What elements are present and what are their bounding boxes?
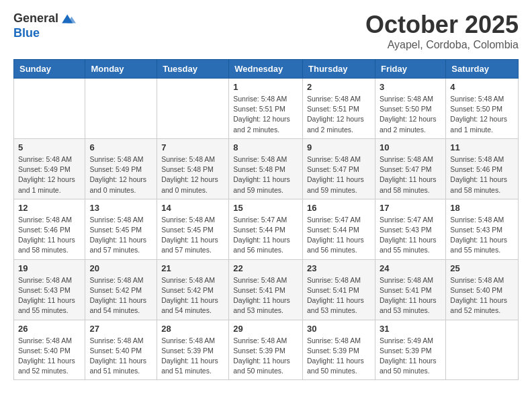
day-info: Sunrise: 5:47 AMSunset: 5:43 PMDaylight:… bbox=[380, 215, 441, 256]
calendar-cell: 31Sunrise: 5:49 AMSunset: 5:39 PMDayligh… bbox=[375, 320, 445, 380]
weekday-header-monday: Monday bbox=[85, 60, 157, 79]
day-number: 5 bbox=[18, 142, 81, 152]
weekday-header-row: SundayMondayTuesdayWednesdayThursdayFrid… bbox=[14, 60, 519, 79]
day-number: 29 bbox=[233, 324, 298, 334]
calendar-cell: 16Sunrise: 5:47 AMSunset: 5:44 PMDayligh… bbox=[303, 199, 375, 259]
logo: General Blue bbox=[13, 11, 76, 40]
day-number: 23 bbox=[307, 263, 371, 273]
month-title: October 2025 bbox=[365, 11, 519, 39]
day-info: Sunrise: 5:48 AMSunset: 5:51 PMDaylight:… bbox=[307, 94, 371, 135]
day-number: 22 bbox=[233, 263, 298, 273]
day-info: Sunrise: 5:48 AMSunset: 5:39 PMDaylight:… bbox=[307, 336, 371, 377]
day-number: 19 bbox=[18, 263, 81, 273]
calendar-cell: 24Sunrise: 5:48 AMSunset: 5:41 PMDayligh… bbox=[375, 259, 445, 320]
calendar-cell: 6Sunrise: 5:48 AMSunset: 5:49 PMDaylight… bbox=[85, 138, 157, 199]
day-number: 24 bbox=[380, 263, 441, 273]
location-title: Ayapel, Cordoba, Colombia bbox=[365, 39, 519, 51]
weekday-header-wednesday: Wednesday bbox=[229, 60, 303, 79]
day-info: Sunrise: 5:48 AMSunset: 5:41 PMDaylight:… bbox=[307, 275, 371, 316]
day-number: 4 bbox=[450, 82, 514, 92]
calendar-week-4: 19Sunrise: 5:48 AMSunset: 5:43 PMDayligh… bbox=[14, 259, 519, 320]
day-number: 2 bbox=[307, 82, 371, 92]
day-number: 31 bbox=[380, 324, 441, 334]
day-number: 15 bbox=[233, 203, 298, 213]
calendar-cell: 18Sunrise: 5:48 AMSunset: 5:43 PMDayligh… bbox=[446, 199, 519, 259]
calendar-cell bbox=[85, 79, 157, 139]
calendar-table: SundayMondayTuesdayWednesdayThursdayFrid… bbox=[13, 59, 519, 380]
day-info: Sunrise: 5:48 AMSunset: 5:47 PMDaylight:… bbox=[380, 154, 441, 195]
day-info: Sunrise: 5:48 AMSunset: 5:46 PMDaylight:… bbox=[450, 154, 514, 195]
day-number: 10 bbox=[380, 142, 441, 152]
day-info: Sunrise: 5:48 AMSunset: 5:48 PMDaylight:… bbox=[233, 154, 298, 195]
calendar-cell bbox=[14, 79, 85, 139]
day-number: 6 bbox=[89, 142, 152, 152]
calendar-cell: 9Sunrise: 5:48 AMSunset: 5:47 PMDaylight… bbox=[303, 138, 375, 199]
day-info: Sunrise: 5:47 AMSunset: 5:44 PMDaylight:… bbox=[307, 215, 371, 256]
day-number: 26 bbox=[18, 324, 81, 334]
weekday-header-saturday: Saturday bbox=[446, 60, 519, 79]
day-info: Sunrise: 5:48 AMSunset: 5:40 PMDaylight:… bbox=[450, 275, 514, 316]
day-number: 3 bbox=[380, 82, 441, 92]
day-info: Sunrise: 5:48 AMSunset: 5:47 PMDaylight:… bbox=[307, 154, 371, 195]
day-number: 28 bbox=[161, 324, 224, 334]
calendar-week-2: 5Sunrise: 5:48 AMSunset: 5:49 PMDaylight… bbox=[14, 138, 519, 199]
calendar-cell: 10Sunrise: 5:48 AMSunset: 5:47 PMDayligh… bbox=[375, 138, 445, 199]
calendar-cell: 20Sunrise: 5:48 AMSunset: 5:42 PMDayligh… bbox=[85, 259, 157, 320]
day-number: 1 bbox=[233, 82, 298, 92]
calendar-cell: 4Sunrise: 5:48 AMSunset: 5:50 PMDaylight… bbox=[446, 79, 519, 139]
calendar-cell bbox=[446, 320, 519, 380]
day-info: Sunrise: 5:48 AMSunset: 5:45 PMDaylight:… bbox=[89, 215, 152, 256]
calendar-cell: 17Sunrise: 5:47 AMSunset: 5:43 PMDayligh… bbox=[375, 199, 445, 259]
day-number: 13 bbox=[89, 203, 152, 213]
day-info: Sunrise: 5:48 AMSunset: 5:40 PMDaylight:… bbox=[89, 336, 152, 377]
day-number: 8 bbox=[233, 142, 298, 152]
logo-general-text: General bbox=[13, 12, 58, 26]
weekday-header-tuesday: Tuesday bbox=[157, 60, 229, 79]
day-number: 11 bbox=[450, 142, 514, 152]
calendar-cell: 21Sunrise: 5:48 AMSunset: 5:42 PMDayligh… bbox=[157, 259, 229, 320]
day-info: Sunrise: 5:48 AMSunset: 5:39 PMDaylight:… bbox=[161, 336, 224, 377]
day-info: Sunrise: 5:48 AMSunset: 5:51 PMDaylight:… bbox=[233, 94, 298, 135]
day-number: 27 bbox=[89, 324, 152, 334]
day-number: 17 bbox=[380, 203, 441, 213]
logo-blue-text: Blue bbox=[13, 27, 76, 40]
title-block: October 2025 Ayapel, Cordoba, Colombia bbox=[365, 11, 519, 51]
day-info: Sunrise: 5:48 AMSunset: 5:41 PMDaylight:… bbox=[233, 275, 298, 316]
page: General Blue October 2025 Ayapel, Cordob… bbox=[0, 0, 532, 391]
day-info: Sunrise: 5:47 AMSunset: 5:44 PMDaylight:… bbox=[233, 215, 298, 256]
weekday-header-thursday: Thursday bbox=[303, 60, 375, 79]
calendar-cell: 5Sunrise: 5:48 AMSunset: 5:49 PMDaylight… bbox=[14, 138, 85, 199]
calendar-cell: 29Sunrise: 5:48 AMSunset: 5:39 PMDayligh… bbox=[229, 320, 303, 380]
calendar-week-5: 26Sunrise: 5:48 AMSunset: 5:40 PMDayligh… bbox=[14, 320, 519, 380]
day-info: Sunrise: 5:48 AMSunset: 5:43 PMDaylight:… bbox=[450, 215, 514, 256]
day-info: Sunrise: 5:48 AMSunset: 5:46 PMDaylight:… bbox=[18, 215, 81, 256]
day-info: Sunrise: 5:48 AMSunset: 5:45 PMDaylight:… bbox=[161, 215, 224, 256]
day-info: Sunrise: 5:48 AMSunset: 5:49 PMDaylight:… bbox=[89, 154, 152, 195]
day-info: Sunrise: 5:48 AMSunset: 5:49 PMDaylight:… bbox=[18, 154, 81, 195]
calendar-cell: 28Sunrise: 5:48 AMSunset: 5:39 PMDayligh… bbox=[157, 320, 229, 380]
day-number: 20 bbox=[89, 263, 152, 273]
day-number: 16 bbox=[307, 203, 371, 213]
calendar-cell: 3Sunrise: 5:48 AMSunset: 5:50 PMDaylight… bbox=[375, 79, 445, 139]
day-info: Sunrise: 5:48 AMSunset: 5:39 PMDaylight:… bbox=[233, 336, 298, 377]
calendar-week-1: 1Sunrise: 5:48 AMSunset: 5:51 PMDaylight… bbox=[14, 79, 519, 139]
calendar-cell: 13Sunrise: 5:48 AMSunset: 5:45 PMDayligh… bbox=[85, 199, 157, 259]
calendar-cell: 8Sunrise: 5:48 AMSunset: 5:48 PMDaylight… bbox=[229, 138, 303, 199]
weekday-header-sunday: Sunday bbox=[14, 60, 85, 79]
day-info: Sunrise: 5:48 AMSunset: 5:43 PMDaylight:… bbox=[18, 275, 81, 316]
calendar-cell: 25Sunrise: 5:48 AMSunset: 5:40 PMDayligh… bbox=[446, 259, 519, 320]
day-info: Sunrise: 5:48 AMSunset: 5:42 PMDaylight:… bbox=[161, 275, 224, 316]
calendar-cell: 19Sunrise: 5:48 AMSunset: 5:43 PMDayligh… bbox=[14, 259, 85, 320]
calendar-cell: 22Sunrise: 5:48 AMSunset: 5:41 PMDayligh… bbox=[229, 259, 303, 320]
logo-icon bbox=[60, 11, 76, 27]
day-info: Sunrise: 5:49 AMSunset: 5:39 PMDaylight:… bbox=[380, 336, 441, 377]
day-number: 30 bbox=[307, 324, 371, 334]
calendar-cell: 23Sunrise: 5:48 AMSunset: 5:41 PMDayligh… bbox=[303, 259, 375, 320]
weekday-header-friday: Friday bbox=[375, 60, 445, 79]
day-info: Sunrise: 5:48 AMSunset: 5:50 PMDaylight:… bbox=[450, 94, 514, 135]
header: General Blue October 2025 Ayapel, Cordob… bbox=[13, 11, 519, 51]
day-number: 12 bbox=[18, 203, 81, 213]
day-number: 14 bbox=[161, 203, 224, 213]
calendar-week-3: 12Sunrise: 5:48 AMSunset: 5:46 PMDayligh… bbox=[14, 199, 519, 259]
calendar-cell: 27Sunrise: 5:48 AMSunset: 5:40 PMDayligh… bbox=[85, 320, 157, 380]
